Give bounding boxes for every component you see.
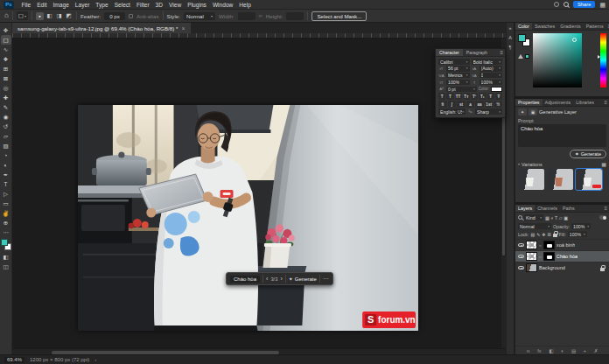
vertical-scale-input[interactable]: 100% [446,80,470,86]
intersect-with-selection-icon[interactable]: ◩ [65,12,73,20]
spot-healing-brush-tool[interactable]: ✚ [1,93,11,102]
subtract-from-selection-icon[interactable]: ◨ [55,12,63,20]
eraser-tool[interactable]: ▱ [1,131,11,141]
menu-file[interactable]: File [18,2,34,8]
blur-tool[interactable]: ◔ [1,150,11,160]
opentype-feature-toggle[interactable]: ½ [494,101,502,108]
type-style-toggle[interactable]: T [438,93,445,100]
taskbar-prompt-field[interactable]: Chào hòa [230,276,260,283]
layer-row[interactable]: ∞Chào hòa [515,250,609,262]
link-dimensions-icon[interactable]: ∞ [259,13,262,18]
frame-tool[interactable]: ⊠ [1,74,11,83]
tab-paths[interactable]: Paths [560,205,578,212]
delete-layer-icon[interactable]: ✗ [594,348,598,354]
filter-type-icon[interactable]: ▦ [545,215,550,220]
kerning-select[interactable]: Metrics [446,73,470,79]
hue-slider-handle[interactable] [598,55,600,59]
text-color-swatch[interactable] [491,87,502,92]
opentype-feature-toggle[interactable]: aa [475,101,484,108]
path-selection-tool[interactable]: ▷ [1,189,11,199]
filter-type-icon[interactable]: T [555,215,557,220]
panel-menu-icon[interactable]: ≡ [602,99,609,106]
close-tab-icon[interactable]: × [181,25,185,32]
style-select[interactable]: Normal [184,12,215,20]
search-icon[interactable] [564,2,569,7]
new-layer-icon[interactable]: + [584,348,586,354]
opentype-feature-toggle[interactable]: fi [438,101,447,108]
select-and-mask-button[interactable]: Select and Mask... [312,11,367,21]
layer-thumbnail[interactable] [526,263,537,272]
tracking-select[interactable]: 0 [480,73,503,79]
horizontal-scale-input[interactable]: 100% [480,80,503,86]
opentype-feature-toggle[interactable]: 1st [485,101,494,108]
type-style-toggle[interactable]: Tт [463,93,470,100]
gradient-tool[interactable]: ▨ [1,141,11,150]
menu-image[interactable]: Image [50,2,72,8]
layer-visibility-icon[interactable] [518,266,524,270]
paragraph-panel-icon[interactable]: ¶ [509,45,512,50]
font-size-select[interactable]: 56 pt [446,66,470,72]
new-group-icon[interactable]: ▤ [571,348,576,354]
tab-channels[interactable]: Channels [535,205,560,212]
layer-visibility-icon[interactable] [518,243,524,248]
eyedropper-tool[interactable]: ◎ [1,83,11,93]
quick-mask-mode[interactable]: ◧ [1,252,11,262]
new-selection-icon[interactable]: ▪ [36,12,44,20]
menu-window[interactable]: Window [209,2,235,8]
variation-thumbnail[interactable] [547,169,573,190]
type-style-toggle[interactable]: TT [455,93,462,100]
zoom-level-field[interactable]: 69.4% [4,357,24,363]
type-style-toggle[interactable]: T [487,93,494,100]
variation-thumbnail[interactable] [518,169,544,190]
tab-patterns[interactable]: Patterns [584,23,606,30]
panel-menu-icon[interactable]: ≡ [498,49,505,56]
menu-type[interactable]: Type [93,2,111,8]
panel-menu-icon[interactable]: ≡ [602,205,609,212]
add-mask-icon[interactable]: ◧ [549,348,553,354]
menu-plugins[interactable]: Plugins [185,2,210,8]
lock-option-icon[interactable]: ✎ [536,232,540,237]
lock-all-icon[interactable] [553,234,557,237]
lock-option-icon[interactable]: ✥ [542,232,545,237]
link-layers-icon[interactable]: ∞ [527,348,530,354]
menu-help[interactable]: Help [236,2,255,8]
hand-tool[interactable]: ✌ [1,208,11,218]
history-brush-tool[interactable]: ↺ [1,122,11,131]
menu-3d[interactable]: 3D [152,2,165,8]
rectangle-tool[interactable]: ▭ [1,199,11,208]
menu-view[interactable]: View [166,2,185,8]
filter-toggle[interactable] [599,215,606,220]
baseline-shift-input[interactable]: 0 pt [446,87,477,93]
lock-option-icon[interactable]: ⊞ [548,232,551,237]
opacity-input[interactable]: 100% [571,223,591,229]
object-selection-tool[interactable]: ❖ [1,54,11,64]
layer-mask-thumbnail[interactable] [543,241,555,249]
layer-thumbnail[interactable] [526,252,537,261]
font-family-select[interactable]: Calibri [438,59,470,65]
layer-mask-thumbnail[interactable] [543,252,555,261]
tab-layers[interactable]: Layers [515,205,535,212]
screen-mode[interactable]: ◫ [1,262,11,271]
tab-adjustments[interactable]: Adjustments [542,99,574,106]
foreground-background-swatches[interactable] [518,34,530,46]
layer-row[interactable]: Background [515,262,609,273]
color-field[interactable] [533,33,582,88]
canvas-area[interactable]: S forum.vn Chào hòa ‹ 3/3 › ✦ Generat [12,38,506,348]
font-style-select[interactable]: Bold Italic [472,59,503,65]
type-tool[interactable]: T [1,179,11,189]
add-to-selection-icon[interactable]: ◧ [46,12,53,20]
status-chevron-icon[interactable]: › [94,357,96,362]
tab-gradients[interactable]: Gradients [557,23,583,30]
generate-button[interactable]: ✦ Generate [289,276,317,282]
anti-alias-checkbox[interactable] [129,14,133,18]
type-style-toggle[interactable]: T [446,93,453,100]
move-tool[interactable]: ✥ [1,25,11,35]
brush-tool[interactable]: ✎ [1,102,11,112]
color-picker-handle[interactable] [572,38,577,42]
menu-filter[interactable]: Filter [133,2,152,8]
foreground-color-swatch[interactable] [1,239,8,246]
next-variation-button[interactable]: › [280,276,282,282]
tab-swatches[interactable]: Swatches [532,23,557,30]
prompt-textarea[interactable]: Chào hòa [518,124,606,147]
adjustment-layer-icon[interactable]: ◐ [561,348,564,354]
